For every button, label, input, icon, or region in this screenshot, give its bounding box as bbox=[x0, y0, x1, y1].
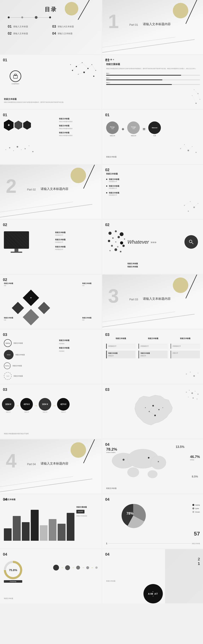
stat-china: 46.7% China bbox=[190, 455, 200, 461]
row-10: 04 初级文本标题 初级文案标题 2024年 初级文本标题描述 04 bbox=[0, 494, 203, 548]
slide-company: 01 COMPANY bbox=[0, 55, 102, 109]
company-body: 初级文本标题是指在文档或演示文稿中使用的基本标题格式，通常用于组织和分隔不同的章… bbox=[4, 101, 98, 104]
aim-circle: ● AIM AT ● bbox=[144, 584, 163, 604]
waiting-right-text: 初级文本标题 内容描述 初级文本标题 内容描述 bbox=[59, 339, 98, 352]
slide-map: 03 bbox=[102, 384, 203, 438]
pie-number-1: 57 bbox=[194, 531, 200, 537]
row-3: 01 ✦ 初级文本标题 初级文本标题内容描述 初级文本标题 初级文本标题内容描述… bbox=[0, 110, 203, 164]
toc-item-01: 01 请输入文本标题 bbox=[8, 24, 49, 28]
hex-2 bbox=[14, 121, 22, 130]
svg-line-40 bbox=[180, 145, 184, 148]
arrow-4: → bbox=[91, 566, 94, 569]
comp-text-1: 初级文本标题 内容描述文字 bbox=[55, 231, 98, 236]
timeline-dot bbox=[21, 16, 23, 18]
timeline-dot bbox=[49, 16, 51, 18]
hex-text-2: 初级文本标题 bbox=[59, 124, 98, 127]
bar-1 bbox=[4, 528, 12, 541]
row-7: 03 Waiting 初级文本标题 Article 初级文本标题 Waiting… bbox=[0, 330, 203, 384]
slide-process: 03 1034 ¥ 初级文本 → 4374 ¥ 初级文本 → 1034 ¥ 初级 bbox=[0, 384, 102, 438]
svg-point-28 bbox=[9, 147, 10, 148]
svg-line-17 bbox=[88, 64, 92, 68]
row-8: 03 1034 ¥ 初级文本 → 4374 ¥ 初级文本 → 1034 ¥ 初级 bbox=[0, 384, 203, 438]
slide-barchart: 04 初级文本标题 初级文案标题 2024年 初级文本标题描述 bbox=[0, 494, 102, 548]
svg-point-87 bbox=[192, 398, 194, 398]
scatter-decoration bbox=[182, 366, 202, 382]
step-col-2: 初级文本标题 bbox=[138, 337, 168, 340]
formula-item-2: Tengju 初级 初级文本 bbox=[127, 122, 140, 137]
diamond-text-right: 初级文本标题 内容 bbox=[82, 282, 98, 286]
slide-number: 03 bbox=[3, 387, 7, 392]
proc-arrow-3: → bbox=[52, 404, 56, 408]
company-label: COMPANY bbox=[12, 83, 19, 85]
diagonal-line-2 bbox=[0, 476, 73, 487]
grid-cell-5: 初级文本标题 内容文字 bbox=[138, 350, 168, 358]
slide-number: 01 bbox=[3, 113, 7, 117]
proc-arrow-1: → bbox=[16, 404, 19, 408]
svg-point-94 bbox=[122, 459, 124, 461]
waiting-circle-4: Solid bbox=[4, 372, 12, 380]
svg-point-69 bbox=[190, 372, 191, 372]
svg-point-95 bbox=[148, 457, 150, 458]
bar-8 bbox=[67, 513, 74, 541]
part-label: Part 03 bbox=[129, 298, 138, 301]
row-4: 2 Part 02 请输入文本标题内容 02 初级文本标题 初级文本标题 内容描… bbox=[0, 165, 203, 219]
svg-point-85 bbox=[198, 394, 198, 395]
grid-cell-2: 内容描述文字 bbox=[138, 344, 168, 349]
part-circle bbox=[173, 3, 188, 18]
legend-2: Quite bbox=[192, 508, 200, 510]
data-title: 初级文案标题 bbox=[106, 63, 200, 66]
formula-wrap: Pangu 初级 初级文本 + Tengju 初级 初级文本 = Wannet … bbox=[106, 122, 200, 137]
svg-point-84 bbox=[195, 391, 196, 392]
slide-number: 03 bbox=[3, 332, 7, 337]
step-col-1: 初级文本标题 bbox=[106, 337, 136, 340]
slide-part02: 2 Part 02 请输入文本标题内容 bbox=[0, 165, 102, 219]
svg-point-60 bbox=[111, 245, 113, 247]
diagonal-line bbox=[102, 39, 195, 53]
diamond-left bbox=[12, 302, 24, 314]
whatever-desc: 初级文本标题 初级文本标题 bbox=[128, 262, 198, 268]
node-4 bbox=[86, 566, 89, 569]
slide-number: 03 bbox=[105, 387, 110, 392]
svg-line-42 bbox=[188, 146, 192, 150]
svg-point-62 bbox=[122, 245, 125, 247]
hex-text-3: 初级文本标题 bbox=[59, 132, 98, 134]
diagonal-line-2 bbox=[102, 37, 175, 48]
company-icon bbox=[10, 70, 21, 82]
comp-text-3: 初级文本标题 内容描述文字 bbox=[55, 246, 98, 250]
svg-line-67 bbox=[192, 242, 193, 244]
svg-point-93 bbox=[148, 470, 157, 478]
computer-text: 初级文本标题 内容描述文字 初级文本标题 内容描述文字 初级文本标题 内容描述文… bbox=[55, 231, 98, 250]
chevrons: »»» bbox=[150, 240, 156, 244]
slide-02-text: 02 初级文本标题 初级文本标题 内容描述文字 初级文本标题 内容描述文字 bbox=[102, 165, 203, 219]
waiting-row-3: Waiting 初级文本标题 bbox=[4, 362, 25, 369]
part-label: Part 04 bbox=[27, 462, 36, 466]
grid-cell-3: 内容描述文字 bbox=[170, 344, 200, 349]
svg-point-47 bbox=[188, 210, 189, 212]
svg-point-91 bbox=[150, 456, 166, 469]
svg-point-9 bbox=[70, 64, 71, 65]
steps-content: 初级文本标题 初级文本标题 初级文本标题 内容描述文字 内容描述文字 内容描述 bbox=[106, 337, 200, 358]
arrow-2: → bbox=[72, 566, 75, 569]
svg-line-14 bbox=[84, 68, 88, 72]
svg-point-55 bbox=[118, 236, 120, 238]
map-dots bbox=[184, 388, 200, 408]
bar-highlight: 2024年 bbox=[76, 510, 84, 514]
svg-point-51 bbox=[108, 232, 112, 235]
company-text-block: 初级文本标题 初级文本标题是指在文档或演示文稿中使用的基本标题格式，通常用于组织… bbox=[4, 98, 98, 104]
company-icon-wrap: COMPANY bbox=[10, 70, 21, 85]
bar-7 bbox=[58, 524, 65, 541]
svg-point-29 bbox=[13, 150, 14, 151]
header-dot bbox=[106, 59, 107, 60]
svg-line-25 bbox=[198, 94, 200, 100]
svg-line-24 bbox=[194, 90, 198, 94]
barchart-right: 初级文案标题 2024年 初级文本标题描述 bbox=[76, 506, 98, 517]
slide-target: 04 2 1 ● AIM AT ● 初级文本标题 bbox=[102, 549, 203, 604]
slide-number: 02 bbox=[105, 168, 110, 172]
grid-cell-1: 内容描述文字 bbox=[106, 344, 136, 349]
part-label: Part 02 bbox=[27, 188, 36, 191]
plus-sign: + bbox=[122, 126, 124, 132]
svg-point-68 bbox=[186, 374, 187, 374]
pie-timeline: 1 初级文本标题 bbox=[106, 542, 200, 544]
bar-desc: 初级文本标题描述 bbox=[76, 515, 98, 517]
whatever-text: Whatever bbox=[128, 239, 149, 245]
